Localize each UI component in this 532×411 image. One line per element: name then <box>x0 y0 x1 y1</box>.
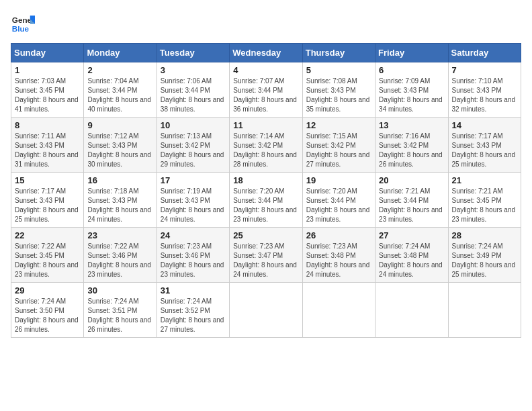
calendar-cell: 12 Sunrise: 7:15 AMSunset: 3:42 PMDaylig… <box>302 118 375 173</box>
day-number: 14 <box>452 120 517 130</box>
day-number: 13 <box>379 120 444 130</box>
cell-content: Sunrise: 7:15 AMSunset: 3:42 PMDaylight:… <box>306 132 371 169</box>
calendar-cell: 4 Sunrise: 7:07 AMSunset: 3:44 PMDayligh… <box>230 62 302 118</box>
calendar-cell: 15 Sunrise: 7:17 AMSunset: 3:43 PMDaylig… <box>11 173 84 228</box>
day-number: 31 <box>161 285 226 295</box>
calendar-cell: 5 Sunrise: 7:08 AMSunset: 3:43 PMDayligh… <box>302 62 375 118</box>
calendar-cell: 3 Sunrise: 7:06 AMSunset: 3:44 PMDayligh… <box>157 62 229 118</box>
cell-content: Sunrise: 7:09 AMSunset: 3:43 PMDaylight:… <box>379 77 444 114</box>
calendar-cell: 31 Sunrise: 7:24 AMSunset: 3:52 PMDaylig… <box>157 283 229 338</box>
calendar-cell: 11 Sunrise: 7:14 AMSunset: 3:42 PMDaylig… <box>230 118 302 173</box>
day-number: 7 <box>452 65 517 75</box>
calendar-cell: 7 Sunrise: 7:10 AMSunset: 3:43 PMDayligh… <box>448 62 521 118</box>
day-number: 24 <box>161 230 226 240</box>
day-number: 16 <box>87 175 152 185</box>
logo-icon: General Blue <box>11 11 35 35</box>
cell-content: Sunrise: 7:24 AMSunset: 3:51 PMDaylight:… <box>87 297 152 334</box>
day-number: 15 <box>15 175 80 185</box>
cell-content: Sunrise: 7:03 AMSunset: 3:45 PMDaylight:… <box>15 77 80 114</box>
cell-content: Sunrise: 7:24 AMSunset: 3:49 PMDaylight:… <box>452 242 517 279</box>
day-number: 10 <box>161 120 226 130</box>
cell-content: Sunrise: 7:24 AMSunset: 3:52 PMDaylight:… <box>161 297 226 334</box>
day-number: 2 <box>87 65 152 75</box>
calendar-cell: 2 Sunrise: 7:04 AMSunset: 3:44 PMDayligh… <box>84 62 157 118</box>
day-number: 27 <box>379 230 444 240</box>
col-header-wednesday: Wednesday <box>230 44 302 62</box>
cell-content: Sunrise: 7:11 AMSunset: 3:43 PMDaylight:… <box>15 132 80 169</box>
col-header-saturday: Saturday <box>448 44 521 62</box>
cell-content: Sunrise: 7:08 AMSunset: 3:43 PMDaylight:… <box>306 77 371 114</box>
calendar-cell: 22 Sunrise: 7:22 AMSunset: 3:45 PMDaylig… <box>11 228 84 283</box>
cell-content: Sunrise: 7:21 AMSunset: 3:45 PMDaylight:… <box>452 187 517 224</box>
calendar-cell: 8 Sunrise: 7:11 AMSunset: 3:43 PMDayligh… <box>11 118 84 173</box>
col-header-tuesday: Tuesday <box>157 44 229 62</box>
day-number: 18 <box>233 175 298 185</box>
day-number: 23 <box>87 230 152 240</box>
calendar-cell: 18 Sunrise: 7:20 AMSunset: 3:44 PMDaylig… <box>230 173 302 228</box>
day-number: 9 <box>87 120 152 130</box>
cell-content: Sunrise: 7:17 AMSunset: 3:43 PMDaylight:… <box>15 187 80 224</box>
col-header-thursday: Thursday <box>302 44 375 62</box>
cell-content: Sunrise: 7:23 AMSunset: 3:46 PMDaylight:… <box>161 242 226 279</box>
cell-content: Sunrise: 7:13 AMSunset: 3:42 PMDaylight:… <box>161 132 226 169</box>
cell-content: Sunrise: 7:21 AMSunset: 3:44 PMDaylight:… <box>379 187 444 224</box>
calendar-cell <box>230 283 302 338</box>
calendar-cell <box>302 283 375 338</box>
day-number: 20 <box>379 175 444 185</box>
calendar-cell <box>448 283 521 338</box>
calendar-cell: 10 Sunrise: 7:13 AMSunset: 3:42 PMDaylig… <box>157 118 229 173</box>
day-number: 6 <box>379 65 444 75</box>
calendar-cell: 30 Sunrise: 7:24 AMSunset: 3:51 PMDaylig… <box>84 283 157 338</box>
day-number: 30 <box>87 285 152 295</box>
cell-content: Sunrise: 7:23 AMSunset: 3:47 PMDaylight:… <box>233 242 298 279</box>
col-header-friday: Friday <box>375 44 448 62</box>
calendar-cell: 14 Sunrise: 7:17 AMSunset: 3:43 PMDaylig… <box>448 118 521 173</box>
calendar-cell: 16 Sunrise: 7:18 AMSunset: 3:43 PMDaylig… <box>84 173 157 228</box>
cell-content: Sunrise: 7:06 AMSunset: 3:44 PMDaylight:… <box>161 77 226 114</box>
calendar-table: SundayMondayTuesdayWednesdayThursdayFrid… <box>11 43 521 338</box>
calendar-cell: 28 Sunrise: 7:24 AMSunset: 3:49 PMDaylig… <box>448 228 521 283</box>
calendar-cell <box>375 283 448 338</box>
day-number: 21 <box>452 175 517 185</box>
cell-content: Sunrise: 7:18 AMSunset: 3:43 PMDaylight:… <box>87 187 152 224</box>
cell-content: Sunrise: 7:22 AMSunset: 3:45 PMDaylight:… <box>15 242 80 279</box>
cell-content: Sunrise: 7:19 AMSunset: 3:43 PMDaylight:… <box>161 187 226 224</box>
cell-content: Sunrise: 7:24 AMSunset: 3:50 PMDaylight:… <box>15 297 80 334</box>
cell-content: Sunrise: 7:14 AMSunset: 3:42 PMDaylight:… <box>233 132 298 169</box>
calendar-cell: 6 Sunrise: 7:09 AMSunset: 3:43 PMDayligh… <box>375 62 448 118</box>
day-number: 1 <box>15 65 80 75</box>
day-number: 25 <box>233 230 298 240</box>
calendar-cell: 19 Sunrise: 7:20 AMSunset: 3:44 PMDaylig… <box>302 173 375 228</box>
cell-content: Sunrise: 7:22 AMSunset: 3:46 PMDaylight:… <box>87 242 152 279</box>
logo: General Blue <box>11 11 35 35</box>
cell-content: Sunrise: 7:12 AMSunset: 3:43 PMDaylight:… <box>87 132 152 169</box>
calendar-cell: 24 Sunrise: 7:23 AMSunset: 3:46 PMDaylig… <box>157 228 229 283</box>
cell-content: Sunrise: 7:20 AMSunset: 3:44 PMDaylight:… <box>233 187 298 224</box>
cell-content: Sunrise: 7:23 AMSunset: 3:48 PMDaylight:… <box>306 242 371 279</box>
col-header-monday: Monday <box>84 44 157 62</box>
calendar-cell: 20 Sunrise: 7:21 AMSunset: 3:44 PMDaylig… <box>375 173 448 228</box>
calendar-cell: 13 Sunrise: 7:16 AMSunset: 3:42 PMDaylig… <box>375 118 448 173</box>
svg-text:Blue: Blue <box>12 24 30 33</box>
cell-content: Sunrise: 7:10 AMSunset: 3:43 PMDaylight:… <box>452 77 517 114</box>
page-header: General Blue <box>11 11 521 35</box>
day-number: 4 <box>233 65 298 75</box>
day-number: 12 <box>306 120 371 130</box>
day-number: 17 <box>161 175 226 185</box>
day-number: 8 <box>15 120 80 130</box>
day-number: 28 <box>452 230 517 240</box>
day-number: 5 <box>306 65 371 75</box>
day-number: 22 <box>15 230 80 240</box>
calendar-cell: 17 Sunrise: 7:19 AMSunset: 3:43 PMDaylig… <box>157 173 229 228</box>
cell-content: Sunrise: 7:17 AMSunset: 3:43 PMDaylight:… <box>452 132 517 169</box>
cell-content: Sunrise: 7:04 AMSunset: 3:44 PMDaylight:… <box>87 77 152 114</box>
calendar-cell: 27 Sunrise: 7:24 AMSunset: 3:48 PMDaylig… <box>375 228 448 283</box>
calendar-cell: 1 Sunrise: 7:03 AMSunset: 3:45 PMDayligh… <box>11 62 84 118</box>
calendar-cell: 23 Sunrise: 7:22 AMSunset: 3:46 PMDaylig… <box>84 228 157 283</box>
calendar-cell: 26 Sunrise: 7:23 AMSunset: 3:48 PMDaylig… <box>302 228 375 283</box>
calendar-cell: 9 Sunrise: 7:12 AMSunset: 3:43 PMDayligh… <box>84 118 157 173</box>
cell-content: Sunrise: 7:16 AMSunset: 3:42 PMDaylight:… <box>379 132 444 169</box>
col-header-sunday: Sunday <box>11 44 84 62</box>
cell-content: Sunrise: 7:07 AMSunset: 3:44 PMDaylight:… <box>233 77 298 114</box>
day-number: 19 <box>306 175 371 185</box>
